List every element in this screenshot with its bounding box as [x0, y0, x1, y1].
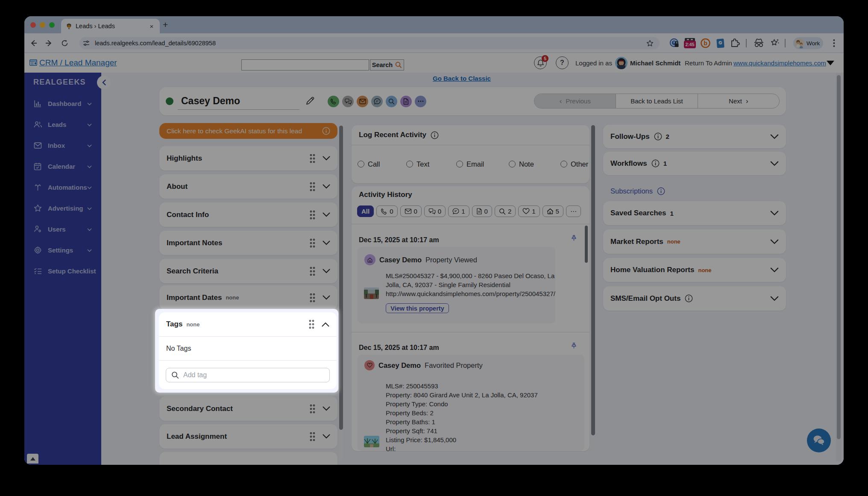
tags-panel-badge: none	[186, 321, 199, 328]
tutorial-dim-overlay	[0, 0, 868, 496]
tags-panel-title: Tags	[166, 320, 182, 329]
add-tag-input[interactable]: Add tag	[166, 368, 330, 382]
no-tags-text: No Tags	[166, 345, 191, 352]
chevron-up-icon[interactable]	[322, 322, 329, 327]
drag-handle-icon[interactable]	[309, 320, 314, 329]
search-icon	[171, 371, 179, 379]
add-tag-placeholder: Add tag	[183, 371, 207, 379]
panel-tags: Tags none No Tags Add tag	[159, 312, 337, 389]
